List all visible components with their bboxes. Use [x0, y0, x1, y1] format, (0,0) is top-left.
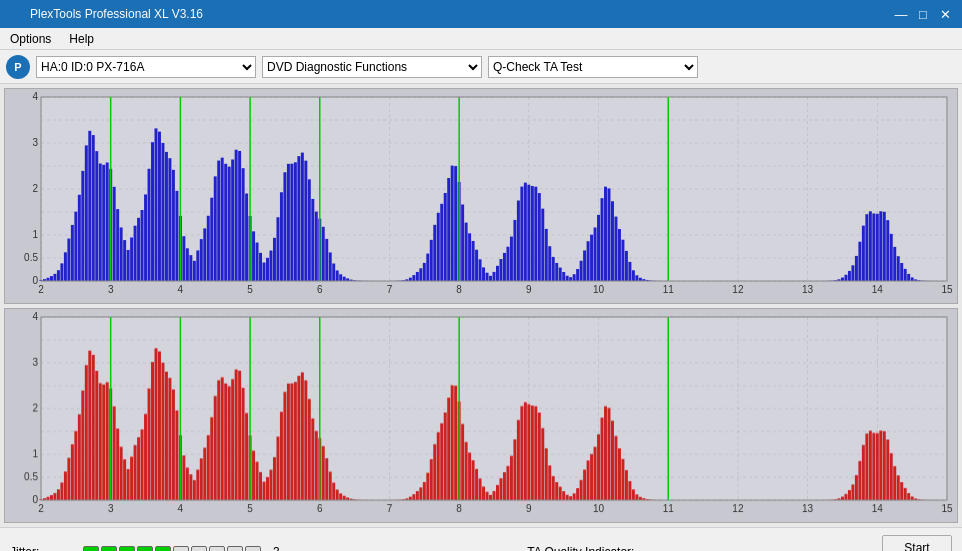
title-bar: PlexTools Professional XL V3.16 — □ ✕ [0, 0, 962, 28]
function-select[interactable]: DVD Diagnostic Functions [262, 56, 482, 78]
ta-quality-label: TA Quality Indicator: [527, 545, 634, 552]
title-bar-left: PlexTools Professional XL V3.16 [8, 6, 203, 22]
close-button[interactable]: ✕ [936, 5, 954, 23]
maximize-button[interactable]: □ [914, 5, 932, 23]
jitter-label: Jitter: [10, 545, 75, 552]
bottom-panel: Jitter: 3 Peak Shift: 2 TA Quality Indic… [0, 527, 962, 551]
bottom-chart [5, 309, 957, 523]
ta-quality-section: TA Quality Indicator: Not Good [527, 545, 634, 552]
menu-options[interactable]: Options [6, 30, 55, 48]
led-cell [245, 546, 261, 552]
led-cell [137, 546, 153, 552]
jitter-led-bar [83, 546, 261, 552]
led-cell [101, 546, 117, 552]
jitter-value: 3 [273, 545, 280, 552]
jitter-row: Jitter: 3 [10, 545, 280, 552]
title-bar-controls: — □ ✕ [892, 5, 954, 23]
top-chart-panel [4, 88, 958, 304]
bottom-chart-panel [4, 308, 958, 524]
led-cell [191, 546, 207, 552]
led-cell [173, 546, 189, 552]
app-icon [8, 6, 24, 22]
test-select[interactable]: Q-Check TA Test [488, 56, 698, 78]
led-cell [227, 546, 243, 552]
led-cell [209, 546, 225, 552]
drive-select[interactable]: HA:0 ID:0 PX-716A [36, 56, 256, 78]
led-cell [155, 546, 171, 552]
menu-bar: Options Help [0, 28, 962, 50]
toolbar: P HA:0 ID:0 PX-716A DVD Diagnostic Funct… [0, 50, 962, 84]
led-cell [119, 546, 135, 552]
drive-icon: P [6, 55, 30, 79]
top-chart [5, 89, 957, 303]
bottom-right: Start i [882, 535, 952, 552]
minimize-button[interactable]: — [892, 5, 910, 23]
app-title: PlexTools Professional XL V3.16 [30, 7, 203, 21]
bottom-left: Jitter: 3 Peak Shift: 2 [10, 545, 280, 552]
start-button[interactable]: Start [882, 535, 952, 552]
menu-help[interactable]: Help [65, 30, 98, 48]
led-cell [83, 546, 99, 552]
main-content [0, 84, 962, 527]
